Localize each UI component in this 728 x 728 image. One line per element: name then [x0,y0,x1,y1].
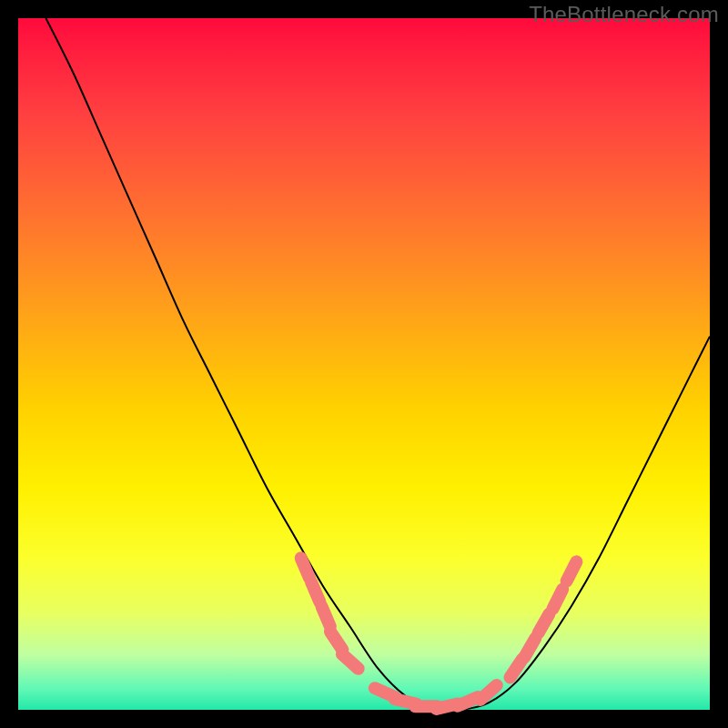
bottleneck-curve [46,18,710,711]
curve-marker [511,659,522,677]
curve-markers [301,558,577,709]
curve-marker [552,590,562,609]
curve-layer [18,18,710,710]
curve-marker [342,654,359,669]
curve-marker [311,582,319,602]
curve-marker [567,561,577,581]
curve-marker [524,638,535,657]
curve-marker [539,614,550,633]
curve-marker [301,558,309,578]
chart-frame: TheBottleneck.com [0,0,728,728]
curve-marker [480,685,497,700]
curve-marker [330,632,342,650]
curve-marker [322,606,330,626]
